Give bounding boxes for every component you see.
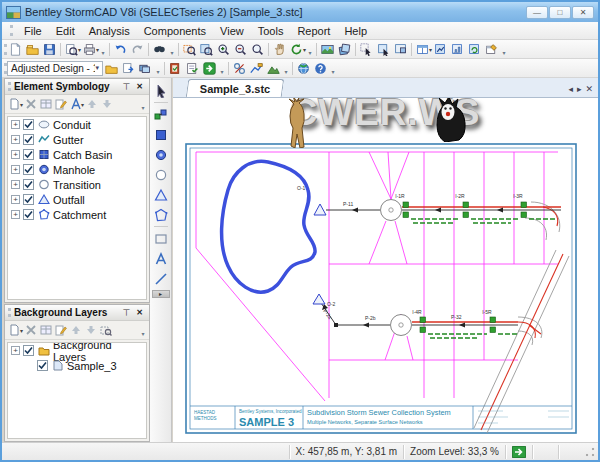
tree-item-catchment[interactable]: Catchment — [8, 207, 146, 222]
sync-icon[interactable] — [466, 41, 483, 57]
tree-item-gutter[interactable]: Gutter — [8, 132, 146, 147]
menu-file[interactable]: File — [17, 23, 49, 39]
table-icon[interactable] — [38, 97, 53, 112]
open-file-icon[interactable] — [24, 41, 41, 57]
panel-overflow-icon[interactable] — [139, 323, 147, 337]
move-down-icon[interactable] — [99, 97, 114, 112]
notifications-icon[interactable] — [184, 60, 201, 76]
aerial-view-icon[interactable] — [392, 41, 409, 57]
menu-analysis[interactable]: Analysis — [82, 23, 137, 39]
toolbar-overflow-icon[interactable] — [218, 61, 226, 75]
toolbar-overflow-icon[interactable] — [154, 61, 162, 75]
toolbar-overflow-icon[interactable] — [99, 42, 107, 56]
menu-report[interactable]: Report — [290, 23, 337, 39]
lower-network[interactable] — [313, 294, 518, 338]
expander-icon[interactable] — [11, 195, 20, 204]
zoom-window-icon[interactable] — [181, 41, 198, 57]
checkbox[interactable] — [23, 134, 34, 145]
border-tool-icon[interactable] — [152, 230, 170, 247]
panel-overflow-icon[interactable] — [139, 97, 147, 111]
pipe-layout-tool-icon[interactable] — [152, 106, 170, 123]
tab-scroll-left-icon[interactable]: ◂ — [568, 84, 573, 94]
line-tool-icon[interactable] — [152, 270, 170, 287]
expander-icon[interactable] — [11, 346, 20, 355]
edit-icon[interactable] — [53, 323, 68, 338]
design-constraints-icon[interactable] — [231, 60, 248, 76]
zoom-out-icon[interactable] — [232, 41, 249, 57]
menu-edit[interactable]: Edit — [49, 23, 82, 39]
menu-help[interactable]: Help — [337, 23, 374, 39]
pond[interactable] — [222, 161, 315, 292]
tree-item-manhole[interactable]: Manhole — [8, 162, 146, 177]
properties-icon[interactable] — [483, 41, 500, 57]
text-tool-icon[interactable] — [152, 250, 170, 267]
expander-icon[interactable] — [11, 150, 20, 159]
redo-icon[interactable] — [129, 41, 146, 57]
checkbox[interactable] — [23, 164, 34, 175]
close-button[interactable]: ✕ — [572, 6, 594, 19]
checkbox[interactable] — [23, 345, 34, 356]
undo-icon[interactable] — [112, 41, 129, 57]
compute-icon[interactable] — [201, 60, 218, 76]
move-down-icon[interactable] — [83, 323, 98, 338]
document-tab[interactable]: Sample_3.stc — [186, 79, 285, 97]
tree-item-conduit[interactable]: Conduit — [8, 117, 146, 132]
expander-icon[interactable] — [11, 210, 20, 219]
select-tool-icon[interactable] — [152, 82, 170, 99]
compute-status-icon[interactable] — [512, 446, 526, 458]
toolbar-overflow-icon[interactable] — [168, 42, 176, 56]
catchment-tool-icon[interactable] — [152, 206, 170, 223]
profiles-icon[interactable] — [248, 60, 265, 76]
pan-icon[interactable] — [271, 41, 288, 57]
checkbox[interactable] — [23, 179, 34, 190]
graphs-icon[interactable] — [449, 41, 466, 57]
expander-icon[interactable] — [11, 165, 20, 174]
move-up-icon[interactable] — [68, 323, 83, 338]
checkbox[interactable] — [23, 209, 34, 220]
image-icon[interactable] — [319, 41, 336, 57]
outfall-tool-icon[interactable] — [152, 186, 170, 203]
layers-icon[interactable] — [336, 41, 353, 57]
menu-components[interactable]: Components — [137, 23, 213, 39]
validate-icon[interactable] — [167, 60, 184, 76]
scenarios-icon[interactable] — [103, 60, 120, 76]
tree-item-transition[interactable]: Transition — [8, 177, 146, 192]
toolbar-overflow-icon[interactable] — [500, 42, 508, 56]
find-icon[interactable] — [151, 41, 168, 57]
calculation-options-icon[interactable] — [137, 60, 154, 76]
checkbox[interactable] — [23, 119, 34, 130]
edit-icon[interactable] — [53, 97, 68, 112]
maximize-button[interactable]: □ — [549, 6, 571, 19]
alternatives-icon[interactable] — [120, 60, 137, 76]
tree-item-background-layers-root[interactable]: Background Layers — [8, 343, 146, 358]
table-icon[interactable] — [38, 323, 53, 338]
close-icon[interactable] — [133, 81, 146, 93]
zoom-center-icon[interactable] — [198, 41, 215, 57]
expander-icon[interactable] — [11, 135, 20, 144]
save-icon[interactable] — [41, 41, 58, 57]
manhole-tool-icon[interactable] — [152, 146, 170, 163]
close-icon[interactable] — [133, 307, 146, 319]
terrain-icon[interactable] — [265, 60, 282, 76]
scenario-dropdown[interactable]: Adjusted Design - 10 — [7, 61, 103, 76]
toolbar-overflow-icon[interactable] — [329, 61, 337, 75]
minimize-button[interactable]: — — [526, 6, 548, 19]
named-views-icon[interactable] — [432, 41, 449, 57]
zoom-extents-icon[interactable] — [249, 41, 266, 57]
zoom-to-layer-icon[interactable] — [98, 323, 113, 338]
zoom-in-icon[interactable] — [215, 41, 232, 57]
tree-item-outfall[interactable]: Outfall — [8, 192, 146, 207]
toolbar-more-icon[interactable] — [152, 290, 170, 298]
delete-icon[interactable] — [23, 97, 38, 112]
menu-view[interactable]: View — [213, 23, 251, 39]
delete-icon[interactable] — [23, 323, 38, 338]
resize-grip[interactable] — [584, 446, 596, 458]
transition-tool-icon[interactable] — [152, 166, 170, 183]
tab-close-icon[interactable]: ✕ — [585, 84, 593, 94]
pin-icon[interactable] — [120, 307, 133, 319]
tab-scroll-right-icon[interactable]: ▸ — [577, 84, 582, 94]
drawing-canvas[interactable]: CWER.WS — [173, 98, 598, 442]
tree-item-catch-basin[interactable]: Catch Basin — [8, 147, 146, 162]
select-element-icon[interactable] — [358, 41, 375, 57]
help-icon[interactable] — [312, 60, 329, 76]
